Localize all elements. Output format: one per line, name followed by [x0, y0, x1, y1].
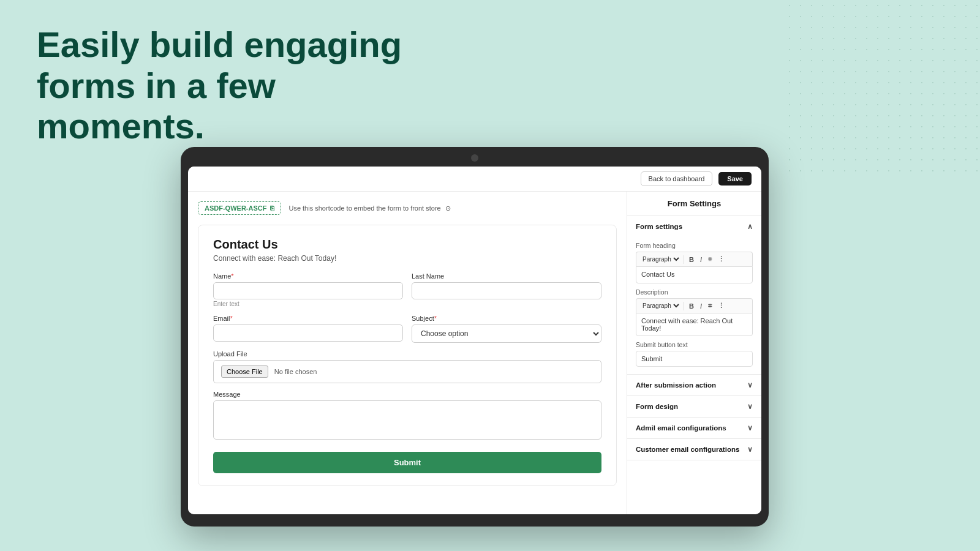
dot-pattern-decoration [784, 0, 980, 171]
toolbar-sep-2 [684, 302, 684, 310]
subject-label: Subject* [412, 315, 601, 322]
form-design-chevron: ∨ [747, 402, 753, 411]
subject-select[interactable]: Choose option [412, 324, 601, 343]
upload-area: Choose File No file chosen [213, 360, 601, 383]
heading-rich-text[interactable]: Contact Us [636, 266, 753, 283]
form-submit-button[interactable]: Submit [213, 452, 601, 473]
form-settings-section: Form settings ∧ Form heading Paragraph B [627, 216, 761, 375]
customer-email-chevron: ∨ [747, 445, 753, 454]
shortcode-bar: ASDF-QWER-ASCF ⎘ Use this shortcode to e… [198, 201, 617, 215]
email-subject-row: Email* Subject* Choose option [213, 315, 601, 343]
no-file-text: No file chosen [274, 368, 317, 375]
upload-section: Upload File Choose File No file chosen [213, 350, 601, 383]
choose-file-button[interactable]: Choose File [221, 365, 268, 378]
shortcode-text: ASDF-QWER-ASCF [205, 204, 266, 212]
after-submission-chevron: ∨ [747, 381, 753, 389]
save-button[interactable]: Save [718, 172, 752, 186]
form-settings-body: Form heading Paragraph B I ⌗ ⋮ Contact U… [627, 242, 761, 374]
admin-email-chevron: ∨ [747, 424, 753, 432]
email-label: Email* [213, 315, 403, 322]
name-input[interactable] [213, 282, 403, 299]
form-design-header[interactable]: Form design ∨ [627, 396, 761, 417]
name-group: Name* Enter text [213, 272, 403, 307]
after-submission-section: After submission action ∨ [627, 375, 761, 396]
heading-link-button[interactable]: ⌗ [706, 254, 714, 264]
email-group: Email* [213, 315, 403, 343]
settings-panel: Form Settings Form settings ∧ Form headi… [627, 192, 761, 514]
form-design-section: Form design ∨ [627, 396, 761, 418]
form-settings-chevron-up: ∧ [747, 222, 753, 231]
upload-label: Upload File [213, 350, 601, 358]
heading-format-select[interactable]: Paragraph [640, 255, 681, 263]
form-settings-label: Form settings [636, 223, 682, 230]
name-row: Name* Enter text Last Name [213, 272, 601, 307]
heading-bold-button[interactable]: B [687, 255, 696, 264]
main-content: ASDF-QWER-ASCF ⎘ Use this shortcode to e… [188, 192, 761, 514]
form-heading-field-label: Form heading [636, 242, 753, 249]
back-dashboard-button[interactable]: Back to dashboard [641, 171, 713, 186]
name-label: Name* [213, 272, 403, 280]
device-camera [471, 154, 478, 162]
name-hint: Enter text [213, 301, 403, 307]
customer-email-header[interactable]: Customer email configurations ∨ [627, 439, 761, 460]
description-field-label: Description [636, 288, 753, 296]
email-input[interactable] [213, 324, 403, 342]
shortcode-hint: Use this shortcode to embed the form to … [288, 204, 450, 212]
message-textarea[interactable] [213, 400, 601, 440]
hero-section: Easily build engaging forms in a few mom… [37, 24, 453, 147]
device-screen: Back to dashboard Save ASDF-QWER-ASCF ⎘ … [188, 167, 761, 514]
lastname-input[interactable] [412, 282, 601, 299]
description-more-button[interactable]: ⋮ [715, 301, 727, 311]
after-submission-header[interactable]: After submission action ∨ [627, 375, 761, 395]
subject-group: Subject* Choose option [412, 315, 601, 343]
description-bold-button[interactable]: B [687, 301, 696, 311]
after-submission-label: After submission action [636, 381, 716, 389]
description-format-select[interactable]: Paragraph [640, 302, 681, 310]
admin-email-header[interactable]: Admil email configurations ∨ [627, 418, 761, 438]
form-preview-area: ASDF-QWER-ASCF ⎘ Use this shortcode to e… [188, 192, 627, 514]
admin-email-section: Admil email configurations ∨ [627, 418, 761, 439]
message-section: Message [213, 391, 601, 442]
shortcode-badge: ASDF-QWER-ASCF ⎘ [198, 201, 281, 215]
form-settings-header[interactable]: Form settings ∧ [627, 216, 761, 237]
lastname-label: Last Name [412, 272, 601, 280]
heading-italic-button[interactable]: I [698, 255, 704, 264]
description-toolbar: Paragraph B I ⌗ ⋮ [636, 298, 753, 313]
form-card-title: Contact Us [213, 238, 601, 252]
top-bar: Back to dashboard Save [188, 167, 761, 192]
lastname-group: Last Name [412, 272, 601, 307]
form-design-label: Form design [636, 403, 678, 410]
settings-panel-title: Form Settings [627, 192, 761, 216]
hero-title: Easily build engaging forms in a few mom… [37, 24, 453, 147]
heading-more-button[interactable]: ⋮ [715, 254, 727, 264]
description-rich-text[interactable]: Connect with ease: Reach Out Today! [636, 313, 753, 336]
device-frame: Back to dashboard Save ASDF-QWER-ASCF ⎘ … [181, 147, 769, 527]
description-link-button[interactable]: ⌗ [706, 301, 714, 311]
customer-email-label: Customer email configurations [636, 446, 739, 453]
submit-text-field-label: Submit button text [636, 341, 753, 348]
info-icon: ⊙ [445, 204, 451, 212]
heading-toolbar: Paragraph B I ⌗ ⋮ [636, 252, 753, 266]
copy-icon[interactable]: ⎘ [270, 204, 274, 212]
admin-email-label: Admil email configurations [636, 424, 726, 432]
customer-email-section: Customer email configurations ∨ [627, 439, 761, 460]
form-card-subtitle: Connect with ease: Reach Out Today! [213, 254, 601, 263]
description-italic-button[interactable]: I [698, 301, 704, 311]
submit-text-input[interactable] [636, 351, 753, 367]
form-card: Contact Us Connect with ease: Reach Out … [198, 225, 617, 486]
message-label: Message [213, 391, 601, 398]
toolbar-sep-1 [684, 255, 684, 264]
